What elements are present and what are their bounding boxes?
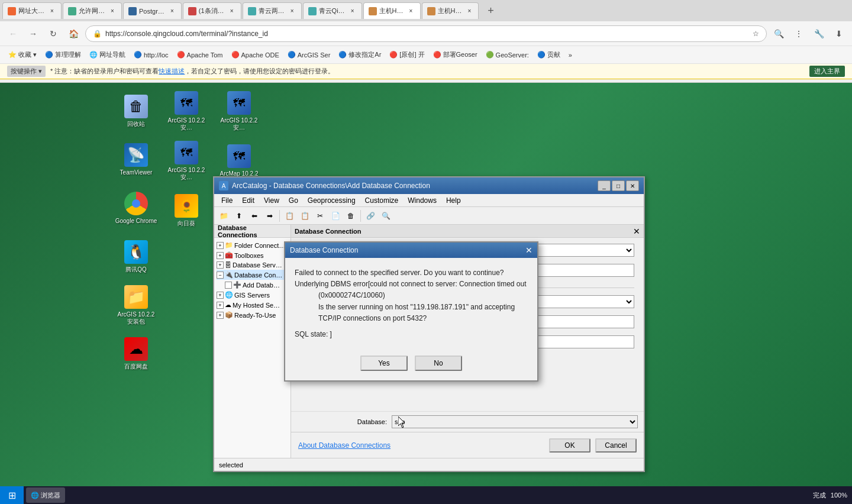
toolbar-btn-connect[interactable]: 🔗 <box>363 209 377 223</box>
expand-folder-connect[interactable]: + <box>217 242 224 249</box>
tree-item-folder-connect[interactable]: + 📁 Folder Connect… <box>217 240 288 250</box>
minimize-button[interactable]: _ <box>598 180 611 191</box>
database-dropdown[interactable]: sde <box>392 415 638 428</box>
toolbar-btn-5[interactable]: 📋 <box>282 209 296 223</box>
tab-2[interactable]: 允许网… × <box>63 2 122 19</box>
address-box[interactable]: 🔒 https://console.qingcloud.com/terminal… <box>85 25 767 42</box>
toolbar-btn-9[interactable]: 🗑 <box>344 209 358 223</box>
bookmark-gongxian[interactable]: 🔵 贡献 <box>534 49 564 60</box>
tab-close-3[interactable]: × <box>168 7 176 15</box>
icon-baidu[interactable]: ☁ 百度网盘 <box>112 330 160 377</box>
bookmark-http[interactable]: 🔵 http://loc <box>130 50 172 60</box>
menu-go[interactable]: Go <box>284 195 303 206</box>
tab-4[interactable]: (1条消… × <box>183 2 241 19</box>
bookmark-xiugai[interactable]: 🔵 修改指定Ar <box>335 49 385 60</box>
maximize-button[interactable]: □ <box>612 180 625 191</box>
downloads-button[interactable]: ⬇ <box>831 25 847 42</box>
toolbar-btn-7[interactable]: ✂ <box>313 209 327 223</box>
expand-database-serv[interactable]: + <box>217 261 224 269</box>
db-cancel-button[interactable]: Cancel <box>595 438 637 453</box>
icon-chrome[interactable]: Google Chrome <box>112 185 160 232</box>
tree-item-database-con[interactable]: − 🔌 Database Con… <box>217 270 288 280</box>
about-db-link[interactable]: About Database Connections <box>298 441 390 450</box>
tab-6[interactable]: 青云Qi… × <box>303 2 362 19</box>
icon-xiangrikui[interactable]: 🌻 向日葵 <box>163 187 210 234</box>
expand-database-con[interactable]: − <box>217 272 224 279</box>
expand-add-datab[interactable] <box>225 282 232 289</box>
toolbar-btn-2[interactable]: ⬆ <box>232 209 246 223</box>
toolbar-btn-3[interactable]: ⬅ <box>247 209 262 223</box>
tab-close-2[interactable]: × <box>108 7 117 15</box>
tab-close-1[interactable]: × <box>48 7 56 15</box>
menu-windows[interactable]: Windows <box>403 195 441 206</box>
tab-close-6[interactable]: × <box>348 7 357 15</box>
icon-teamviewer[interactable]: 📡 TeamViewer <box>112 136 160 183</box>
start-button[interactable]: ⊞ <box>0 486 24 504</box>
bookmark-arcgis[interactable]: 🔵 ArcGIS Ser <box>284 50 334 60</box>
yes-button[interactable]: Yes <box>360 356 408 371</box>
menu-button[interactable]: ⋮ <box>790 25 807 42</box>
tree-item-gis-servers[interactable]: + 🌐 GIS Servers <box>217 290 288 300</box>
expand-ready-to-use[interactable]: + <box>217 312 224 319</box>
expand-toolboxes[interactable]: + <box>217 252 224 259</box>
notification-link[interactable]: 快速描述 <box>159 67 185 76</box>
menu-edit[interactable]: Edit <box>237 195 259 206</box>
back-button[interactable]: ← <box>5 25 21 42</box>
icon-arcgis-2[interactable]: 🗺 ArcGIS 10.2.2 安… <box>215 88 263 135</box>
tab-7[interactable]: 主机H… × <box>363 2 421 19</box>
home-button[interactable]: 🏠 <box>65 25 82 42</box>
bookmark-star-icon[interactable]: ☆ <box>753 30 759 38</box>
close-button[interactable]: ✕ <box>626 180 639 191</box>
icon-recycle[interactable]: 🗑 回收站 <box>112 88 160 135</box>
menu-geoprocessing[interactable]: Geoprocessing <box>303 195 360 206</box>
menu-help[interactable]: Help <box>441 195 466 206</box>
task-item-browser[interactable]: 🌐 浏览器 <box>26 487 65 503</box>
icon-qq[interactable]: 🐧 腾讯QQ <box>112 233 160 280</box>
bookmark-apache-ode[interactable]: 🔴 Apache ODE <box>228 50 283 60</box>
tree-item-add-datab[interactable]: ➕ Add Datab… <box>217 280 288 290</box>
db-panel-close[interactable]: ✕ <box>633 227 640 236</box>
tree-item-ready-to-use[interactable]: + 📦 Ready-To-Use <box>217 310 288 320</box>
expand-my-hosted[interactable]: + <box>217 302 224 309</box>
search-button[interactable]: 🔍 <box>770 25 787 42</box>
bookmark-yuanchuang[interactable]: 🔴 [原创] 开 <box>386 49 428 60</box>
no-button[interactable]: No <box>415 356 462 371</box>
toolbar-btn-6[interactable]: 📋 <box>298 209 312 223</box>
menu-view[interactable]: View <box>259 195 284 206</box>
enter-button[interactable]: 进入主界 <box>809 66 845 77</box>
tree-item-my-hosted[interactable]: + ☁ My Hosted Se… <box>217 300 288 310</box>
tab-close-4[interactable]: × <box>228 7 236 15</box>
menu-customize[interactable]: Customize <box>360 195 404 206</box>
bookmark-shouvang[interactable]: ⭐ 收藏 ▾ <box>5 49 40 60</box>
db-ok-button[interactable]: OK <box>549 438 590 453</box>
tab-close-8[interactable]: × <box>465 7 473 15</box>
expand-gis-servers[interactable]: + <box>217 292 224 299</box>
tab-close-7[interactable]: × <box>407 7 415 15</box>
forward-button[interactable]: → <box>25 25 41 42</box>
tree-item-toolboxes[interactable]: + 🧰 Toolboxes <box>217 250 288 260</box>
tab-1[interactable]: 网址大… × <box>2 2 62 19</box>
bookmark-geoserver[interactable]: 🟢 GeoServer: <box>482 50 532 60</box>
bookmark-suanli[interactable]: 🔵 算理理解 <box>41 49 85 60</box>
tree-item-database-serv[interactable]: + 🗄 Database Serv… <box>217 260 288 270</box>
tab-3[interactable]: Postgr… × <box>123 2 182 19</box>
icon-arcgis-1[interactable]: 🗺 ArcGIS 10.2.2 安… <box>163 88 210 135</box>
toolbar-btn-1[interactable]: 📁 <box>217 209 231 223</box>
tab-close-5[interactable]: × <box>288 7 296 15</box>
toolbar-btn-8[interactable]: 📄 <box>328 209 343 223</box>
icon-arcgis-install[interactable]: 📁 ArcGIS 10.2.2 安装包 <box>112 282 160 329</box>
extensions-button[interactable]: 🔧 <box>811 25 827 42</box>
new-tab-button[interactable]: + <box>482 2 499 19</box>
bookmark-more[interactable]: » <box>565 50 576 60</box>
menu-file[interactable]: File <box>217 195 237 206</box>
bookmark-wangzhi[interactable]: 🌐 网址导航 <box>86 49 129 60</box>
bookmark-apache-tom[interactable]: 🔴 Apache Tom <box>173 50 227 60</box>
refresh-button[interactable]: ↻ <box>45 25 62 42</box>
toolbar-btn-search[interactable]: 🔍 <box>379 209 393 223</box>
icon-arcgis-3[interactable]: 🗺 ArcGIS 10.2.2 安… <box>163 137 210 185</box>
dialog-close-icon[interactable]: ✕ <box>525 245 532 255</box>
bookmark-bushu[interactable]: 🔴 部署Geoser <box>430 49 481 60</box>
tab-8[interactable]: 主机H… × <box>422 2 479 19</box>
toolbar-btn-4[interactable]: ➡ <box>263 209 277 223</box>
tab-5[interactable]: 青云两… × <box>243 2 302 19</box>
